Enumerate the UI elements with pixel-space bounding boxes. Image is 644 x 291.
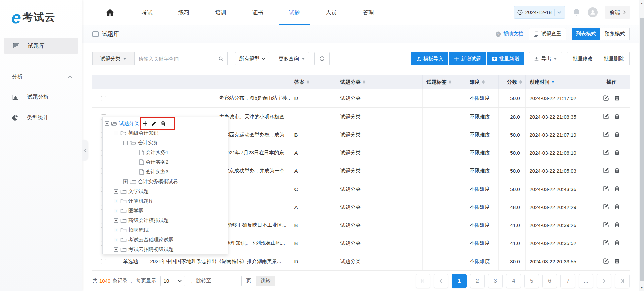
delete-icon[interactable] [614, 258, 620, 264]
row-checkbox[interactable] [101, 96, 106, 101]
tree-node[interactable]: 会计实务3 [103, 167, 228, 177]
batch-add-button[interactable]: 批量新增 [487, 52, 524, 65]
edit-icon[interactable] [603, 167, 609, 173]
sort-icon[interactable] [363, 80, 365, 84]
tree-node-label[interactable]: 会计实务2 [146, 159, 168, 165]
tree-node-label[interactable]: 考试云招聘初级试题 [128, 246, 174, 253]
nav-tab-certificate[interactable]: 证书 [239, 0, 276, 25]
edit-icon[interactable] [603, 240, 609, 245]
page-button-1[interactable]: 1 [452, 274, 467, 288]
page-button-7[interactable]: 7 [560, 274, 575, 288]
nav-tab-exam[interactable]: 考试 [128, 0, 165, 25]
sidebar-collapse-handle[interactable] [82, 140, 88, 161]
nav-home[interactable] [92, 0, 128, 25]
sort-icon[interactable] [482, 80, 485, 84]
per-page-select[interactable]: 10 [160, 276, 185, 286]
tree-node[interactable]: +会计实务模拟试卷 [103, 177, 228, 187]
add-question-button[interactable]: 新增试题 [449, 52, 486, 65]
delete-icon[interactable] [614, 150, 620, 155]
tree-node-label[interactable]: 考试云基础理论试题 [128, 237, 174, 243]
search-icon[interactable] [218, 56, 224, 61]
page-button-2[interactable]: 2 [470, 274, 485, 288]
tree-expander-icon[interactable]: + [114, 238, 118, 242]
question-type-select[interactable]: 所有题型 [235, 52, 269, 65]
page-button-5[interactable]: 5 [524, 274, 539, 288]
dedupe-button[interactable]: 试题查重 [529, 28, 566, 40]
tree-expander-icon[interactable]: + [114, 189, 118, 194]
tree-expander-icon[interactable]: + [123, 179, 128, 184]
sort-icon[interactable] [519, 80, 522, 84]
first-page-button[interactable] [416, 274, 430, 288]
tree-node[interactable]: +考试云基础理论试题 [103, 235, 228, 245]
batch-delete-button[interactable]: 批量删除 [598, 52, 629, 65]
edit-icon[interactable] [603, 258, 609, 264]
col-header-tag[interactable]: 试题标签 [422, 75, 466, 89]
tree-node-label[interactable]: 医学题 [128, 208, 144, 214]
tree-node[interactable]: +招聘笔试 [103, 225, 228, 235]
col-header-created[interactable]: 创建时间 [525, 75, 593, 89]
sort-icon[interactable] [449, 80, 451, 84]
tree-node[interactable]: −会计实务 [103, 138, 228, 148]
delete-icon[interactable] [614, 95, 620, 101]
delete-icon[interactable] [614, 114, 620, 119]
page-button-4[interactable]: 4 [506, 274, 521, 288]
help-doc-link[interactable]: ? 帮助文档 [496, 31, 523, 37]
last-page-button[interactable] [615, 274, 630, 288]
tree-node[interactable]: +计算机题库 [103, 196, 228, 206]
delete-icon[interactable] [614, 132, 620, 137]
more-pages-button[interactable]: ... [579, 274, 593, 288]
tree-node-label[interactable]: 文学试题 [128, 188, 149, 195]
sidebar-section-analysis[interactable]: 分析 [12, 73, 72, 80]
tree-expander-icon[interactable]: + [114, 218, 118, 223]
nav-tab-training[interactable]: 培训 [202, 0, 239, 25]
edit-icon[interactable] [603, 222, 609, 227]
tree-expander-icon[interactable]: + [114, 247, 118, 252]
scroll-down-icon[interactable]: ▼ [639, 285, 644, 290]
edit-category-icon[interactable] [151, 121, 157, 126]
template-import-button[interactable]: 模板导入 [411, 52, 448, 65]
delete-icon[interactable] [614, 204, 620, 209]
tree-expander-icon[interactable]: − [114, 131, 118, 135]
date-picker[interactable]: 2024-12-18 [514, 6, 565, 19]
page-scrollbar[interactable]: ▲ ▼ [639, 0, 644, 291]
col-header-answer[interactable]: 答案 [290, 75, 336, 89]
scrollbar-thumb[interactable] [640, 18, 644, 281]
edit-icon[interactable] [603, 204, 609, 209]
tree-node[interactable]: −试题分类 [103, 119, 228, 128]
tree-expander-icon[interactable]: + [114, 228, 118, 232]
tree-node-label[interactable]: 会计实务模拟试卷 [138, 178, 178, 185]
tree-node-label[interactable]: 会计实务 [138, 140, 158, 146]
sort-desc-icon[interactable] [552, 81, 554, 83]
category-dropdown-button[interactable]: 试题分类 [92, 52, 135, 65]
tree-node[interactable]: +高级会计模拟试题 [103, 216, 228, 225]
edit-icon[interactable] [603, 95, 609, 101]
export-button[interactable]: 导出 [529, 52, 562, 65]
tree-node-label[interactable]: 高级会计模拟试题 [128, 217, 169, 224]
col-header-score[interactable]: 分数 [498, 75, 525, 89]
delete-category-icon[interactable] [161, 121, 166, 126]
page-button-6[interactable]: 6 [542, 274, 557, 288]
tree-expander-icon[interactable]: + [114, 209, 118, 213]
page-button-3[interactable]: 3 [488, 274, 503, 288]
nav-tab-practice[interactable]: 练习 [165, 0, 202, 25]
nav-tab-personnel[interactable]: 人员 [313, 0, 350, 25]
tree-node-label[interactable]: 招聘笔试 [128, 227, 149, 233]
sort-icon[interactable] [307, 80, 309, 84]
delete-icon[interactable] [614, 222, 620, 227]
col-header-difficulty[interactable]: 难度 [466, 75, 498, 89]
add-category-icon[interactable] [143, 121, 147, 126]
nav-tab-questions[interactable]: 试题 [276, 0, 313, 25]
more-filters-button[interactable]: 更多查询 [275, 52, 309, 65]
edit-icon[interactable] [603, 131, 609, 137]
tree-node-label[interactable]: 会计实务1 [146, 149, 168, 156]
edit-icon[interactable] [603, 149, 609, 155]
nav-tab-management[interactable]: 管理 [350, 0, 387, 25]
list-mode-button[interactable]: 列表模式 [572, 28, 600, 40]
user-menu-button[interactable]: 前端 [605, 6, 630, 19]
tree-expander-icon[interactable]: − [123, 141, 128, 145]
delete-icon[interactable] [614, 168, 620, 173]
tree-node[interactable]: −初级会计知识 [103, 128, 228, 138]
edit-icon[interactable] [603, 186, 609, 191]
tree-node[interactable]: +文学试题 [103, 187, 228, 196]
preview-mode-button[interactable]: 预览模式 [600, 28, 630, 40]
